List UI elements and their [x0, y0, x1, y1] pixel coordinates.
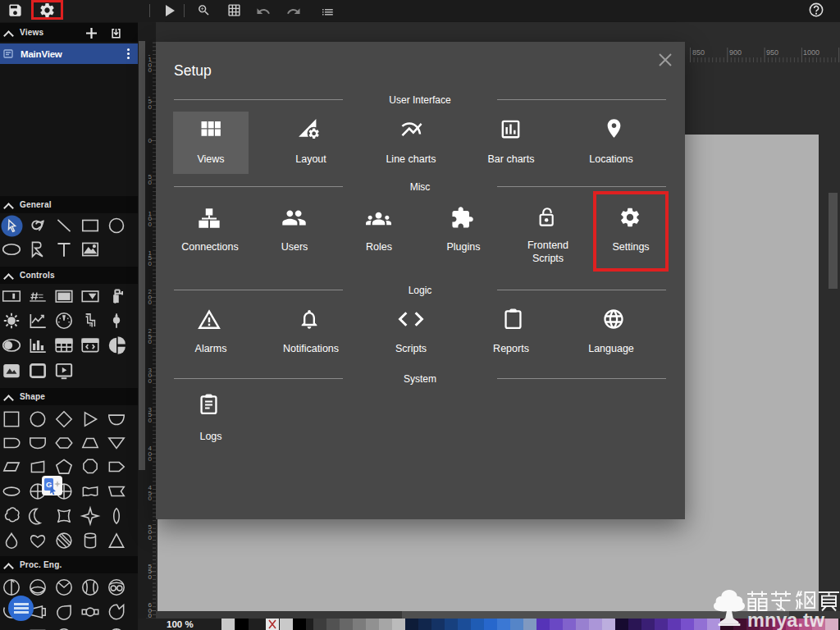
svg-text:0: 0	[148, 455, 153, 463]
svg-text:0: 0	[148, 103, 153, 111]
svg-text:0: 0	[148, 66, 153, 74]
svg-text:0: 0	[148, 612, 153, 619]
svg-text:0: 0	[148, 495, 153, 502]
svg-text:0: 0	[148, 221, 153, 228]
svg-text:0: 0	[148, 417, 153, 424]
svg-text:850: 850	[692, 48, 705, 57]
svg-text:0: 0	[148, 179, 153, 186]
svg-text:0: 0	[148, 260, 153, 267]
svg-text:900: 900	[729, 48, 742, 57]
svg-text:0: 0	[148, 534, 153, 541]
svg-text:0: 0	[148, 137, 153, 144]
svg-text:1000: 1000	[803, 48, 819, 57]
svg-text:0: 0	[148, 338, 153, 345]
svg-text:0: 0	[148, 299, 153, 306]
svg-text:950: 950	[766, 48, 778, 57]
svg-text:0: 0	[148, 377, 153, 385]
svg-text:0: 0	[148, 573, 153, 581]
